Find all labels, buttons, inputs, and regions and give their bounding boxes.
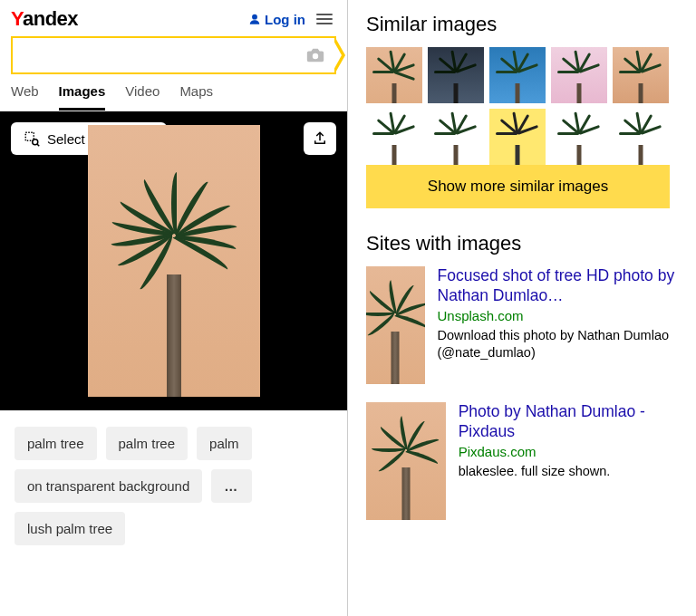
tab-maps[interactable]: Maps [179, 83, 213, 111]
similar-thumb[interactable] [551, 47, 607, 103]
similar-thumb[interactable] [551, 109, 607, 165]
site-result-thumb[interactable] [366, 402, 446, 520]
site-result-desc: Download this photo by Nathan Dumlao (@n… [438, 327, 687, 362]
site-result-text: Focused shot of tree HD photo by Nathan … [438, 266, 687, 384]
nav-tabs: Web Images Video Maps [0, 82, 347, 111]
menu-button[interactable] [313, 10, 336, 28]
similar-grid [366, 47, 687, 103]
tab-video[interactable]: Video [125, 83, 160, 111]
share-button[interactable] [304, 122, 336, 155]
site-result: Focused shot of tree HD photo by Nathan … [366, 266, 687, 384]
svg-line-4 [37, 144, 39, 146]
search-input[interactable] [22, 47, 305, 63]
site-result-desc: blakeslee. full size shown. [459, 463, 687, 481]
main-image[interactable] [88, 125, 260, 397]
svg-point-0 [252, 14, 257, 20]
similar-thumb[interactable] [366, 47, 422, 103]
site-result-title[interactable]: Photo by Nathan Dumlao - Pixdaus [459, 402, 687, 442]
tag[interactable]: lush palm tree [14, 512, 125, 545]
similar-thumb[interactable] [489, 109, 546, 165]
login-label: Log in [265, 12, 305, 27]
search-bar [11, 36, 336, 74]
tab-images[interactable]: Images [59, 83, 106, 111]
tags-container: palm tree palm tree palm on transparent … [0, 410, 347, 562]
similar-grid-row2 [366, 109, 687, 165]
similar-thumb[interactable] [613, 47, 669, 103]
tag[interactable]: palm tree [106, 427, 188, 460]
svg-rect-2 [25, 132, 34, 140]
tag[interactable]: palm [197, 427, 252, 460]
tag[interactable]: on transparent background [14, 469, 202, 503]
image-viewer: Select a fragment [0, 111, 347, 410]
similar-thumb[interactable] [428, 47, 484, 103]
left-pane: Yandex Log in Web Images Video Maps Sele… [0, 0, 348, 616]
svg-point-1 [313, 53, 318, 59]
site-result-domain[interactable]: Pixdaus.com [459, 444, 687, 459]
share-icon [312, 130, 328, 147]
similar-thumb[interactable] [613, 109, 669, 165]
logo-rest: andex [23, 7, 78, 30]
logo-y: Y [11, 7, 23, 30]
sites-with-images-heading: Sites with images [366, 232, 687, 255]
user-icon [248, 13, 261, 25]
tab-web[interactable]: Web [11, 83, 39, 111]
more-tags-button[interactable]: … [211, 469, 252, 503]
crop-icon [24, 130, 40, 147]
tag[interactable]: palm tree [14, 427, 97, 460]
logo[interactable]: Yandex [11, 7, 78, 31]
site-result-thumb[interactable] [366, 266, 425, 384]
login-button[interactable]: Log in [248, 12, 305, 27]
site-result: Photo by Nathan Dumlao - Pixdaus Pixdaus… [366, 402, 687, 520]
site-result-title[interactable]: Focused shot of tree HD photo by Nathan … [438, 266, 687, 306]
header: Yandex Log in [0, 0, 347, 36]
similar-thumb[interactable] [428, 109, 484, 165]
similar-images-heading: Similar images [366, 13, 687, 36]
svg-point-3 [33, 140, 38, 145]
camera-icon[interactable] [305, 45, 325, 65]
site-result-text: Photo by Nathan Dumlao - Pixdaus Pixdaus… [459, 402, 687, 520]
site-result-domain[interactable]: Unsplash.com [438, 308, 687, 323]
right-pane: Similar images Show more similar images … [348, 0, 696, 616]
show-more-similar-button[interactable]: Show more similar images [366, 165, 670, 208]
similar-thumb[interactable] [489, 47, 546, 103]
similar-thumb[interactable] [366, 109, 422, 165]
search-wrap [0, 36, 347, 82]
